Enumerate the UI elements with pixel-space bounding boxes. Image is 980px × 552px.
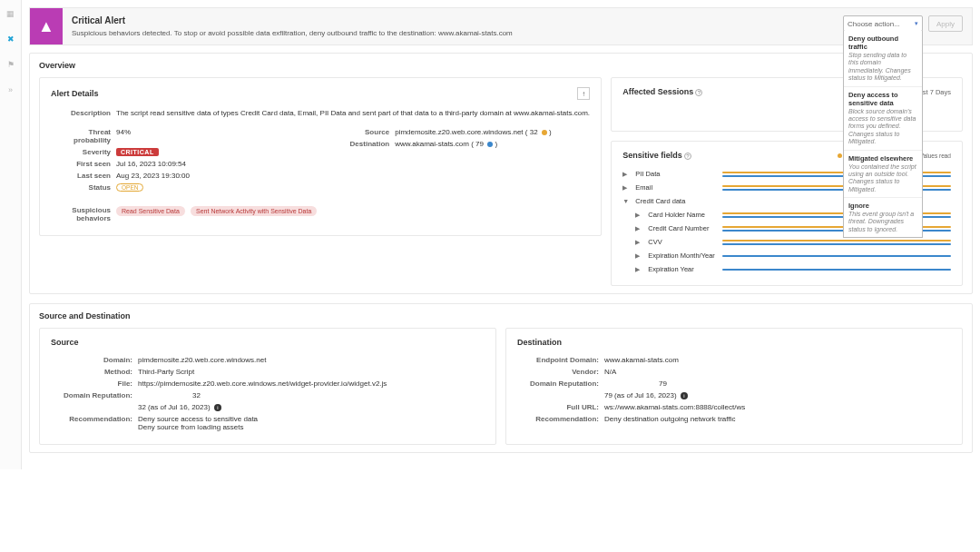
behaviors-label: Suspicious behaviors	[51, 206, 116, 222]
dst-url-value: ws://www.akamai-stats.com:8888/collect/w…	[604, 403, 951, 411]
caret-right-icon[interactable]: ▶	[622, 184, 630, 192]
help-icon[interactable]: ?	[684, 153, 691, 160]
sidebar-nav: ▦ ✖ ⚑ »	[0, 0, 22, 469]
sf-row-expmy[interactable]: ▶ Expiration Month/Year	[622, 249, 951, 262]
action-dropdown: Deny outbound traffic Stop sending data …	[843, 31, 923, 238]
caret-right-icon[interactable]: ▶	[622, 171, 630, 178]
alert-title: Critical Alert	[72, 15, 825, 25]
last-seen-value: Aug 23, 2023 19:30:00	[116, 172, 311, 180]
desc-label: Description	[51, 109, 116, 117]
alert-message: Suspicious behaviors detected. To stop o…	[72, 29, 825, 37]
severity-label: Severity	[51, 148, 116, 156]
alert-icon: ▲	[30, 8, 63, 44]
source-label: Source	[329, 128, 395, 136]
info-icon[interactable]: i	[214, 404, 221, 411]
first-seen-label: First seen	[51, 160, 116, 168]
dst-vendor-label: Vendor:	[517, 368, 604, 376]
src-rec-label: Recommendation:	[51, 415, 138, 431]
alert-details-card: Alert Details ↑ Description The script r…	[39, 77, 602, 236]
src-rec-2: Deny source from loading assets	[138, 423, 485, 431]
behavior-pill: Read Sensitive Data	[116, 206, 185, 216]
action-ignore[interactable]: Ignore This event group isn't a threat. …	[844, 197, 922, 237]
chevron-down-icon: ▾	[915, 20, 918, 27]
threat-label: Threat probability	[51, 128, 116, 144]
src-file-label: File:	[51, 380, 138, 388]
select-placeholder: Choose action...	[848, 20, 900, 28]
source-title: Source	[51, 338, 485, 347]
blue-dot-icon	[487, 142, 493, 147]
dest-title: Destination	[517, 338, 951, 347]
choose-action-select[interactable]: Choose action... ▾	[843, 15, 923, 32]
dst-rep-txt: 79 (as of Jul 16, 2023)	[604, 391, 677, 399]
dst-vendor-value: N/A	[604, 368, 951, 376]
severity-badge: CRITICAL	[116, 148, 159, 156]
scroll-top-button[interactable]: ↑	[577, 87, 590, 100]
caret-right-icon[interactable]: ▶	[635, 266, 642, 273]
destination-card: Destination Endpoint Domain:www.akamai-s…	[505, 328, 963, 445]
dest-label: Destination	[329, 140, 395, 148]
dst-ep-label: Endpoint Domain:	[517, 356, 604, 364]
status-label: Status	[51, 183, 116, 192]
src-method-value: Third-Party Script	[138, 368, 485, 376]
sf-row-expy[interactable]: ▶ Expiration Year	[622, 262, 951, 276]
src-domain-value: pimdemosite.z20.web.core.windows.net	[138, 356, 485, 364]
dst-rec-value: Deny destination outgoing network traffi…	[604, 415, 951, 423]
action-deny-outbound[interactable]: Deny outbound traffic Stop sending data …	[844, 31, 922, 86]
src-rep-txt: 32 (as of Jul 16, 2023)	[138, 403, 211, 411]
help-icon[interactable]: ?	[695, 89, 702, 96]
last-seen-label: Last seen	[51, 172, 116, 180]
alert-details-title: Alert Details	[51, 89, 99, 98]
bar-chart	[722, 255, 951, 257]
first-seen-value: Jul 16, 2023 10:09:54	[116, 160, 311, 168]
nav-grid-icon[interactable]: ▦	[5, 7, 17, 20]
affected-title: Affected Sessions	[622, 87, 693, 96]
dst-rec-label: Recommendation:	[517, 415, 604, 423]
caret-right-icon[interactable]: ▶	[635, 212, 642, 219]
nav-flag-icon[interactable]: ⚑	[5, 58, 17, 71]
src-domain-label: Domain:	[51, 356, 138, 364]
source-card: Source Domain:pimdemosite.z20.web.core.w…	[39, 328, 496, 445]
nav-tools-icon[interactable]: ✖	[5, 33, 17, 45]
dst-ep-value: www.akamai-stats.com	[604, 356, 951, 364]
source-count: ( 32	[525, 128, 538, 136]
src-rep-label: Domain Reputation:	[51, 391, 138, 399]
threat-value: 94%	[116, 128, 311, 144]
caret-right-icon[interactable]: ▶	[635, 252, 642, 260]
dest-count: ( 79	[471, 140, 484, 148]
critical-alert-banner: ▲ Critical Alert Suspicious behaviors de…	[29, 7, 973, 45]
dst-url-label: Full URL:	[517, 403, 604, 411]
bar-chart	[722, 240, 951, 245]
action-deny-sensitive[interactable]: Deny access to sensitive data Block sour…	[844, 86, 922, 150]
orange-dot-icon	[542, 130, 547, 135]
dest-value: www.akamai-stats.com	[395, 140, 469, 148]
caret-down-icon[interactable]: ▼	[622, 198, 630, 204]
src-rec-1: Deny source access to sensitive data	[138, 415, 485, 423]
desc-value: The script read sensitive data of types …	[116, 109, 590, 117]
dst-rep-label: Domain Reputation:	[517, 380, 604, 388]
caret-right-icon[interactable]: ▶	[635, 225, 642, 232]
source-value: pimdemosite.z20.web.core.windows.net	[395, 128, 523, 136]
caret-right-icon[interactable]: ▶	[635, 239, 642, 246]
apply-button[interactable]: Apply	[928, 15, 963, 32]
overview-title: Overview	[39, 61, 963, 70]
nav-expand-icon[interactable]: »	[5, 84, 17, 96]
behavior-pill: Sent Network Activity with Sensitive Dat…	[191, 206, 317, 216]
status-badge: OPEN	[116, 183, 143, 192]
src-rep-num: 32	[138, 391, 201, 399]
sensitive-title: Sensitive fields	[622, 151, 682, 160]
action-mitigated[interactable]: Mitigated elsewhere You contained the sc…	[844, 150, 922, 198]
src-file-value: https://pimdemosite.z20.web.core.windows…	[138, 380, 485, 388]
dst-rep-num: 79	[604, 380, 667, 388]
bar-chart	[722, 269, 951, 271]
info-icon[interactable]: i	[681, 392, 688, 399]
sd-title: Source and Destination	[39, 311, 963, 320]
src-method-label: Method:	[51, 368, 138, 376]
